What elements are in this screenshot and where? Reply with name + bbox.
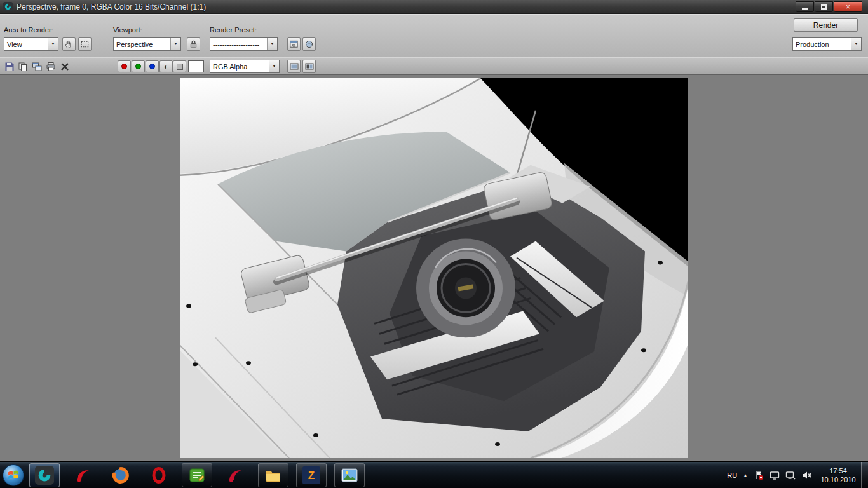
taskbar-item-3dsmax[interactable]	[29, 463, 60, 487]
auto-region-button[interactable]	[78, 37, 92, 51]
taskbar: Z RU ▲ 17:54 10.10.2010	[0, 461, 868, 488]
render-preset-value: --------------------	[210, 41, 267, 48]
background-color-swatch[interactable]	[188, 60, 204, 72]
split-channel-display-button[interactable]	[302, 60, 316, 73]
alpha-channel-button[interactable]	[173, 60, 186, 72]
taskbar-item-red-app-2[interactable]	[220, 463, 250, 487]
alpha-channel-icon	[177, 64, 183, 70]
edit-region-button[interactable]	[62, 37, 76, 51]
close-icon: ×	[846, 3, 850, 11]
titlebar: Perspective, frame 0, RGBA Color 16 Bits…	[0, 0, 868, 14]
clone-window-button[interactable]	[31, 61, 43, 72]
network-icon[interactable]	[785, 470, 796, 480]
render-setup-button[interactable]	[287, 37, 301, 51]
render-viewport	[0, 75, 868, 461]
z-app-icon: Z	[302, 466, 320, 484]
chevron-down-icon[interactable]: ▼	[170, 38, 180, 50]
copy-image-button[interactable]	[17, 61, 29, 72]
action-center-icon[interactable]	[754, 470, 764, 480]
taskbar-item-opera[interactable]	[144, 463, 174, 487]
red-app-2-icon	[226, 466, 244, 484]
framebuffer-toolbar: ◐ RGB Alpha ▼	[0, 57, 868, 75]
red-channel-button[interactable]	[118, 60, 131, 72]
channel-display-value: RGB Alpha	[210, 63, 269, 71]
notes-app-icon	[188, 466, 206, 484]
3dsmax-icon	[35, 466, 54, 485]
taskbar-items: Z	[29, 463, 365, 488]
monochrome-icon: ◐	[164, 63, 168, 71]
render-preset-dropdown[interactable]: -------------------- ▼	[210, 37, 278, 51]
screen: Perspective, frame 0, RGBA Color 16 Bits…	[0, 0, 868, 488]
area-to-render-dropdown[interactable]: View ▼	[4, 37, 58, 51]
folder-icon	[264, 466, 282, 484]
clear-image-button[interactable]	[59, 61, 71, 72]
language-indicator[interactable]: RU	[727, 471, 737, 479]
maximize-icon	[821, 4, 827, 10]
opera-icon	[150, 466, 168, 484]
display-icon[interactable]	[770, 470, 780, 480]
blue-channel-icon	[149, 64, 155, 69]
minimize-button[interactable]	[796, 1, 814, 12]
image-viewer-icon	[341, 466, 358, 484]
z-letter: Z	[308, 470, 315, 482]
taskbar-item-z-app[interactable]: Z	[296, 463, 327, 487]
taskbar-item-image-viewer[interactable]	[334, 463, 365, 487]
blue-channel-button[interactable]	[146, 60, 159, 72]
volume-icon[interactable]	[801, 470, 811, 480]
render-toolbar: Area to Render: View ▼ Viewport: Perspec…	[0, 14, 868, 57]
save-image-button[interactable]	[4, 61, 15, 72]
taskbar-item-explorer[interactable]	[258, 463, 288, 487]
clock[interactable]: 17:54 10.10.2010	[817, 466, 859, 484]
start-button[interactable]	[2, 464, 25, 487]
chevron-down-icon[interactable]: ▼	[851, 38, 861, 50]
red-channel-icon	[121, 64, 127, 69]
monochrome-channel-button[interactable]: ◐	[159, 60, 173, 72]
channel-display-dropdown[interactable]: RGB Alpha ▼	[210, 60, 280, 73]
area-to-render-label: Area to Render:	[4, 26, 53, 34]
system-tray: RU ▲ 17:54 10.10.2010	[727, 462, 859, 488]
3dsmax-logo-icon	[3, 2, 13, 11]
taskbar-item-red-app[interactable]	[67, 463, 98, 487]
green-channel-button[interactable]	[132, 60, 145, 72]
maximize-button[interactable]	[815, 1, 833, 12]
render-mode-value: Production	[793, 41, 851, 48]
firefox-icon	[112, 466, 130, 484]
chevron-down-icon[interactable]: ▼	[269, 60, 279, 72]
close-button[interactable]: ×	[834, 1, 862, 12]
viewport-value: Perspective	[114, 41, 170, 48]
render-preset-label: Render Preset:	[210, 26, 257, 34]
show-desktop-button[interactable]	[861, 462, 868, 488]
clock-date: 10.10.2010	[817, 475, 859, 484]
chevron-down-icon[interactable]: ▼	[267, 38, 277, 50]
minimize-icon	[802, 8, 808, 10]
print-image-button[interactable]	[45, 61, 57, 72]
viewport-label: Viewport:	[113, 26, 142, 34]
render-mode-dropdown[interactable]: Production ▼	[792, 37, 862, 51]
green-channel-icon	[135, 64, 141, 69]
fullscreen-display-button[interactable]	[287, 60, 301, 73]
window-title: Perspective, frame 0, RGBA Color 16 Bits…	[17, 3, 206, 11]
environment-effects-button[interactable]	[302, 37, 316, 51]
clock-time: 17:54	[817, 466, 859, 475]
viewport-dropdown[interactable]: Perspective ▼	[113, 37, 181, 51]
window-controls: ×	[796, 1, 865, 12]
area-to-render-value: View	[4, 41, 48, 48]
chevron-down-icon[interactable]: ▼	[48, 38, 58, 50]
taskbar-item-notes-app[interactable]	[182, 463, 212, 487]
render-button[interactable]: Render	[794, 18, 858, 32]
rendered-image	[180, 78, 688, 458]
lock-viewport-button[interactable]	[187, 37, 200, 51]
red-app-icon	[74, 466, 92, 484]
show-hidden-icons-button[interactable]: ▲	[743, 473, 748, 478]
taskbar-item-firefox[interactable]	[105, 463, 136, 487]
